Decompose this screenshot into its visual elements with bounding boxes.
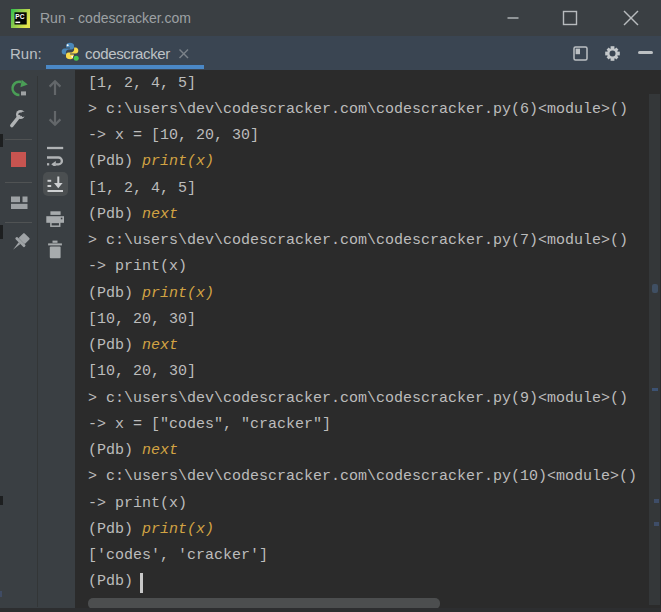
svg-text:PC: PC [15, 13, 24, 20]
